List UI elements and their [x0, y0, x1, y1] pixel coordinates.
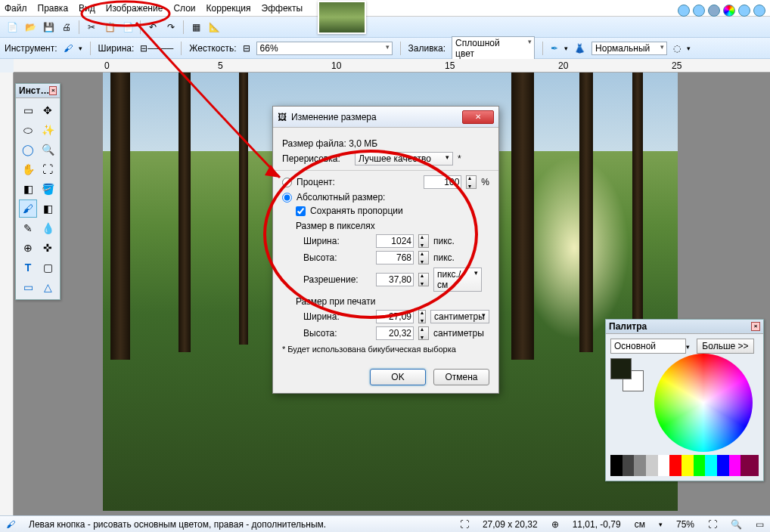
arrow-icon[interactable]	[678, 5, 690, 17]
status-pos: 11,01, -0,79	[573, 519, 621, 530]
tree-shape	[511, 73, 534, 360]
copy-icon[interactable]: 📋	[102, 20, 117, 35]
spinner[interactable]	[418, 234, 429, 248]
menu-effects[interactable]: Эффекты	[262, 3, 303, 14]
zoom-icon[interactable]: 🔍	[731, 519, 742, 530]
brush-tool[interactable]: 🖌	[19, 200, 37, 218]
px-unit: пикс.	[433, 236, 455, 246]
menu-file[interactable]: Файл	[5, 3, 27, 14]
foreground-color[interactable]	[610, 358, 632, 379]
palette-title[interactable]: Палитра ×	[606, 320, 763, 334]
zoom-tool[interactable]: 🔍	[39, 141, 57, 159]
redo-icon[interactable]: ↷	[163, 20, 179, 35]
percent-input[interactable]	[424, 175, 461, 189]
cut-icon[interactable]: ✂	[84, 20, 99, 35]
lasso-tool[interactable]: ⬭	[19, 121, 37, 139]
menu-correction[interactable]: Коррекция	[206, 3, 251, 14]
wand-tool[interactable]: ✨	[39, 121, 57, 139]
spinner[interactable]	[466, 175, 477, 189]
status-unit[interactable]: см	[635, 519, 645, 530]
pencil-tool[interactable]: ✎	[19, 219, 37, 237]
redraw-combo[interactable]: Лучшее качество	[355, 152, 453, 165]
clock-icon[interactable]	[693, 5, 705, 17]
more-button[interactable]: Больше >>	[697, 339, 753, 354]
resolution-label: Разрешение:	[303, 274, 371, 285]
opacity-icon[interactable]: ◌	[673, 43, 681, 54]
close-icon[interactable]: ×	[49, 86, 57, 95]
color-wheel[interactable]	[654, 354, 753, 452]
open-icon[interactable]: 📂	[23, 20, 38, 35]
eyedropper-tool[interactable]: 💧	[39, 219, 57, 237]
print-width-input[interactable]	[376, 310, 414, 323]
ok-button[interactable]: OK	[370, 369, 426, 385]
menu-edit[interactable]: Правка	[38, 3, 69, 14]
ruler-icon[interactable]: 📐	[206, 20, 222, 35]
print-icon[interactable]: 🖨	[59, 20, 74, 35]
line-tool[interactable]: ▭	[19, 278, 37, 296]
color-icon[interactable]	[723, 5, 735, 17]
spinner[interactable]	[418, 310, 426, 323]
dialog-titlebar[interactable]: 🖼 Изменение размера ✕	[273, 107, 498, 128]
ellipse-tool[interactable]: ◯	[19, 141, 37, 159]
width-slider[interactable]: ⊟────	[140, 43, 173, 54]
document-thumbnail[interactable]	[318, 1, 366, 34]
grid-icon[interactable]: ▦	[188, 20, 203, 35]
heal-tool[interactable]: ✜	[39, 239, 57, 257]
hardness-input[interactable]: 66%	[256, 42, 393, 55]
cancel-button[interactable]: Отмена	[433, 369, 489, 385]
clone-tool[interactable]: ⊕	[19, 239, 37, 257]
box-icon[interactable]	[708, 5, 720, 17]
palette-preset-combo[interactable]: Основной	[610, 339, 686, 354]
print-unit-combo[interactable]: сантиметры	[430, 310, 489, 323]
new-icon[interactable]: 📄	[5, 20, 20, 35]
window-buttons	[678, 5, 765, 17]
eraser-tool[interactable]: ◧	[39, 200, 57, 218]
hand-tool[interactable]: ✋	[19, 160, 37, 178]
attrib-icon[interactable]: 👗	[574, 43, 585, 54]
close-icon[interactable]: ×	[751, 322, 760, 331]
paste-icon[interactable]: 📄	[120, 20, 135, 35]
menu-image[interactable]: Изображение	[106, 3, 163, 14]
menu-view[interactable]: Вид	[79, 3, 95, 14]
undo-icon[interactable]: ↶	[145, 20, 160, 35]
spinner[interactable]	[418, 251, 429, 264]
percent-radio[interactable]	[282, 178, 292, 187]
close-button[interactable]: ✕	[462, 110, 494, 124]
help-icon[interactable]	[753, 5, 765, 17]
spinner[interactable]	[418, 326, 429, 340]
absolute-radio[interactable]	[282, 193, 292, 203]
blend-combo[interactable]: Нормальный	[591, 42, 667, 55]
tree-shape	[110, 73, 130, 360]
spinner[interactable]	[418, 273, 429, 286]
gear-icon[interactable]	[738, 5, 750, 17]
hardness-slider-icon[interactable]: ⊟	[243, 43, 250, 54]
px-width-input[interactable]	[376, 234, 414, 248]
polygon-tool[interactable]: △	[39, 278, 57, 296]
save-icon[interactable]: 💾	[41, 20, 56, 35]
status-zoom[interactable]: 75%	[676, 519, 694, 530]
tree-shape	[632, 73, 643, 345]
keep-ratio-checkbox[interactable]	[296, 206, 306, 216]
actual-icon[interactable]: ▭	[756, 519, 764, 530]
bucket-tool[interactable]: 🪣	[39, 180, 57, 198]
pen-icon[interactable]: ✒	[551, 43, 558, 54]
separator	[140, 20, 141, 34]
crop-tool[interactable]: ⛶	[39, 160, 57, 178]
tools-panel-title[interactable]: Инст… ×	[16, 84, 60, 98]
fit-icon[interactable]: ⛶	[708, 519, 717, 530]
color-swatches[interactable]	[610, 455, 759, 476]
print-height-input[interactable]	[376, 326, 414, 340]
px-section-label: Размер в пикселях	[282, 221, 489, 231]
move-tool[interactable]: ✥	[39, 101, 57, 119]
px-height-input[interactable]	[376, 251, 414, 264]
text-tool[interactable]: T	[19, 258, 37, 277]
fill-combo[interactable]: Сплошной цвет	[452, 36, 535, 60]
shape-tool[interactable]: ▢	[39, 258, 57, 277]
menu-layers[interactable]: Слои	[173, 3, 195, 14]
gradient-tool[interactable]: ◧	[19, 180, 37, 198]
brush-icon[interactable]: 🖌	[64, 43, 73, 54]
resolution-input[interactable]	[376, 273, 414, 286]
fg-bg-swatch[interactable]	[610, 358, 647, 394]
resolution-unit-combo[interactable]: пикс./см	[433, 268, 482, 292]
select-rect-tool[interactable]: ▭	[19, 101, 37, 119]
